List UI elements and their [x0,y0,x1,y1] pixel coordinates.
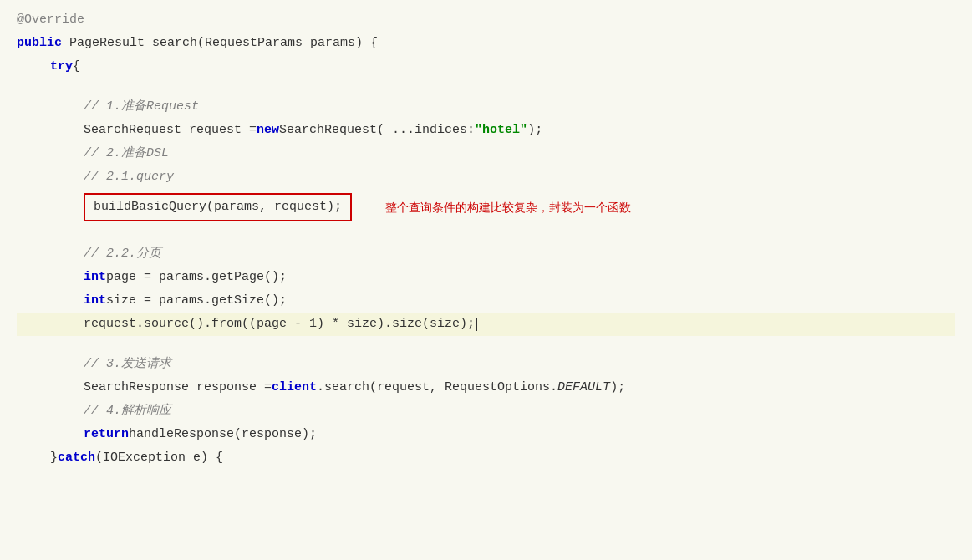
empty-line-3 [17,336,955,353]
boxed-method-call: buildBasicQuery(params, request); [84,193,352,221]
keyword-try: try [50,57,73,77]
line-comment3: // 2.1.query [17,165,955,189]
line-comment5: // 3.发送请求 [17,353,955,376]
comment-5: // 3.发送请求 [84,354,171,374]
empty-line-2 [17,226,955,242]
line-int-page: int page = params.getPage(); [17,266,955,289]
annotation-red: 整个查询条件的构建比较复杂，封装为一个函数 [385,198,631,216]
line-try: try { [17,55,955,79]
line-comment4: // 2.2.分页 [17,242,955,266]
comment-3: // 2.1.query [84,167,174,187]
comment-6: // 4.解析响应 [84,401,171,421]
annotation-override: @Override [17,10,84,30]
string-hotel: "hotel" [475,120,527,140]
line-comment2: // 2.准备DSL [17,142,955,165]
cursor-blink [476,318,477,331]
constant-default: DEFAULT [557,378,610,398]
line-comment6: // 4.解析响应 [17,400,955,423]
comment-2: // 2.准备DSL [84,144,169,164]
line-catch: } catch (IOException e) { [17,446,955,470]
line-request-source: request.source().from((page - 1) * size)… [17,313,955,336]
line-search-response: SearchResponse response = client .search… [17,376,955,400]
keyword-catch: catch [58,448,95,468]
line-build-basic-query: buildBasicQuery(params, request); 整个查询条件… [17,192,955,222]
comment-1: // 1.准备Request [84,97,199,117]
keyword-return: return [84,425,129,445]
keyword-int-1: int [84,267,106,288]
line-method-sig: public PageResult search(RequestParams p… [17,32,955,55]
comment-4: // 2.2.分页 [84,244,161,264]
line-return: return handleResponse(response); [17,423,955,446]
line-comment1: // 1.准备Request [17,95,955,119]
keyword-client: client [272,378,317,398]
line-override: @Override [17,8,955,32]
keyword-int-2: int [84,291,106,311]
empty-line-1 [17,79,955,95]
code-editor: @Override public PageResult search(Reque… [0,0,972,478]
line-int-size: int size = params.getSize(); [17,289,955,313]
keyword-new: new [257,120,279,140]
line-search-request: SearchRequest request = new SearchReques… [17,119,955,142]
keyword-public: public [17,33,62,53]
